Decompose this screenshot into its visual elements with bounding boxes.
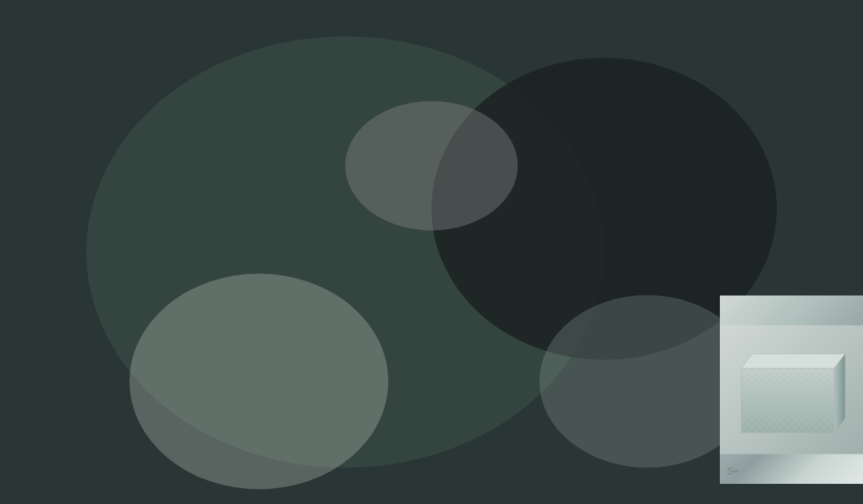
svg-point-21 bbox=[129, 274, 388, 485]
main-content: Filters Scatter Thatch Ikat Zag Saved Fi… bbox=[0, 50, 863, 484]
svg-point-22 bbox=[345, 101, 518, 231]
source-image-preview bbox=[720, 96, 863, 240]
right-panel: ✏️ ☁️ 🔗 SAVE CANVAS ▼ SOURCE IMAGE Glass bbox=[719, 50, 863, 484]
preview-3d: S+ bbox=[720, 295, 863, 484]
svg-marker-26 bbox=[741, 354, 845, 368]
fs-plus-watermark: S+ bbox=[727, 465, 739, 477]
